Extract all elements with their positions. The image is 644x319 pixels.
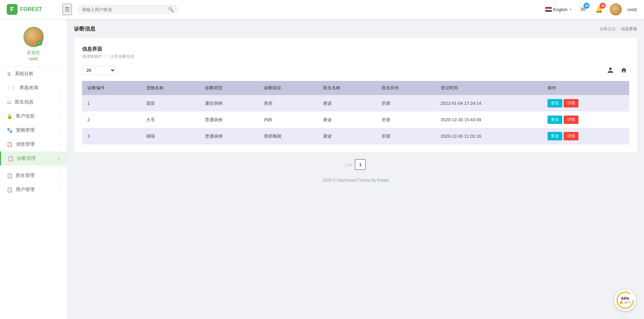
edit-badge-icon: ✎ <box>37 40 42 46</box>
lock-icon: 🔒 <box>7 113 12 119</box>
page-title: 诊断信息 <box>74 26 95 33</box>
sidebar-label-doctor-info: 医生信息 <box>15 99 34 105</box>
sidebar-label-user-management: 用户管理 <box>16 187 35 193</box>
hamburger-button[interactable]: ☰ <box>63 4 72 15</box>
app-title: FOREST <box>20 6 42 12</box>
sidebar-label-diagnosis-management: 诊断管理 <box>17 155 36 162</box>
sidebar-item-browse-management[interactable]: 📋 浏览管理 › <box>0 137 67 151</box>
col-header-doctor-specialty: 医生特长 <box>376 81 435 95</box>
mail-badge: 20 <box>583 3 590 9</box>
col-header-reg-time: 登记时间 <box>435 81 542 95</box>
table-cell-0: 2 <box>82 111 141 128</box>
chevron-down-icon: ∨ <box>57 156 60 161</box>
language-label: English <box>553 7 568 12</box>
edit-button-1[interactable]: 更改 <box>548 99 562 107</box>
file-icon: 🗂 <box>7 99 11 105</box>
header-right: English ▼ ✉ 20 🔔 35 root1 <box>545 3 637 15</box>
sidebar-label-browse-management: 浏览管理 <box>16 141 35 147</box>
logo-icon: F <box>7 4 17 15</box>
col-header-actions: 操作 <box>542 81 629 95</box>
user-mgmt-icon: 📋 <box>7 187 12 192</box>
progress-indicator: 84% 🔥 49°C <box>614 289 636 311</box>
chevron-right-icon: › <box>59 142 60 146</box>
table-cell-3: 胃癌晚期 <box>258 128 317 144</box>
table-cell-4: 唐波 <box>318 95 376 111</box>
sidebar-label-layout: 界面布局 <box>19 85 38 91</box>
main-card: 信息界面 请谨慎操作！！注意诊断信息 20 50 100 <box>74 38 637 152</box>
sidebar-label-doctor-management: 医生管理 <box>16 173 35 179</box>
sidebar-item-layout[interactable]: ⋮⋮ 界面布局 › <box>0 81 67 95</box>
sidebar-user-section: ✎ 欢迎您 root1 <box>0 19 67 67</box>
table-cell-4: 唐波 <box>318 128 376 144</box>
sidebar-welcome: 欢迎您 <box>27 50 40 56</box>
chevron-right-icon: › <box>59 128 60 132</box>
pagination-area: null 1 <box>74 152 637 177</box>
detail-button-1[interactable]: 详情 <box>564 99 578 107</box>
table-header-row: 诊断编号 宠物名称 诊断类型 诊断病症 医生名称 医生特长 登记时间 操作 <box>82 81 629 95</box>
edit-button-3[interactable]: 更改 <box>548 132 562 140</box>
toolbar-actions <box>605 65 629 76</box>
notification-badge: 35 <box>600 3 606 9</box>
table-row: 2大毛普通病例内科唐波肝脏2020-12-30 15:44:09更改详情 <box>82 111 629 128</box>
col-header-pet-name: 宠物名称 <box>141 81 200 95</box>
search-icon[interactable]: 🔍 <box>168 7 174 12</box>
content-area: 诊断信息 诊断信息 › 信息界面 信息界面 请谨慎操作！！注意诊断信息 20 5… <box>67 19 644 319</box>
table-body: 1苗苗重症病例美容唐波肝脏2021-01-04 17:24:14更改详情2大毛普… <box>82 95 629 144</box>
edit-button-2[interactable]: 更改 <box>548 116 562 124</box>
avatar[interactable] <box>610 3 622 15</box>
table-cell-5: 肝脏 <box>376 111 435 128</box>
app-header: F FOREST ☰ 🔍 English ▼ ✉ 20 🔔 35 <box>0 0 644 19</box>
data-table: 诊断编号 宠物名称 诊断类型 诊断病症 医生名称 医生特长 登记时间 操作 1苗… <box>82 81 629 144</box>
footer-link[interactable]: Forest <box>377 178 389 183</box>
sidebar-item-diagnosis-management[interactable]: 📋 诊断管理 ∨ <box>0 151 67 166</box>
lang-dropdown-icon: ▼ <box>569 8 572 11</box>
main-layout: ✎ 欢迎您 root1 🖥 系统分析 ⋮⋮ 界面布局 › <box>0 19 644 319</box>
language-selector[interactable]: English ▼ <box>545 7 572 12</box>
detail-button-2[interactable]: 详情 <box>564 116 578 124</box>
sidebar-item-customer-info[interactable]: 🔒 客户信息 › <box>0 109 67 123</box>
col-header-diag-disease: 诊断病症 <box>258 81 317 95</box>
table-cell-2: 普通病例 <box>200 111 258 128</box>
table-cell-1: 大毛 <box>141 111 200 128</box>
sidebar-item-system-analysis[interactable]: 🖥 系统分析 <box>0 67 67 81</box>
progress-text: 84% 🔥 49°C <box>619 296 631 304</box>
sidebar-item-doctor-info[interactable]: 🗂 医生信息 › <box>0 95 67 109</box>
breadcrumb-link-diagnosis[interactable]: 诊断信息 <box>600 26 616 32</box>
nav-divider <box>0 167 67 167</box>
table-cell-6: 2021-01-04 17:24:14 <box>435 95 542 111</box>
table-cell-5: 肝脏 <box>376 128 435 144</box>
table-cell-3: 内科 <box>258 111 317 128</box>
card-subtitle: 请谨慎操作！！注意诊断信息 <box>82 54 629 59</box>
table-toolbar: 20 50 100 <box>82 65 629 76</box>
diagnosis-icon: 📋 <box>8 156 13 161</box>
home-action-icon[interactable] <box>618 65 629 76</box>
page-header: 诊断信息 诊断信息 › 信息界面 <box>74 26 637 33</box>
table-cell-4: 唐波 <box>318 111 376 128</box>
page-size-select[interactable]: 20 50 100 <box>82 66 116 75</box>
chevron-right-icon: › <box>59 174 60 178</box>
page-button-1[interactable]: 1 <box>355 159 366 170</box>
table-cell-5: 肝脏 <box>376 95 435 111</box>
sidebar-label-customer-info: 客户信息 <box>16 113 35 119</box>
page-null-label: null <box>346 162 352 167</box>
sidebar-item-user-management[interactable]: 📋 用户管理 › <box>0 183 67 197</box>
logo-area: F FOREST <box>7 4 57 15</box>
monitor-icon: 🖥 <box>7 71 11 77</box>
chevron-right-icon: › <box>59 188 60 192</box>
sidebar-item-pet-management[interactable]: 🐾 宠物管理 › <box>0 123 67 137</box>
user-action-icon[interactable] <box>605 65 616 76</box>
notification-button[interactable]: 🔔 35 <box>594 4 604 15</box>
col-header-id: 诊断编号 <box>82 81 141 95</box>
list-icon: 📋 <box>7 142 12 147</box>
col-header-doctor-name: 医生名称 <box>318 81 376 95</box>
mail-button[interactable]: ✉ 20 <box>577 4 588 15</box>
detail-button-3[interactable]: 详情 <box>564 132 578 140</box>
layout-icon: ⋮⋮ <box>7 85 16 91</box>
sidebar-item-doctor-management[interactable]: 📋 医生管理 › <box>0 169 67 183</box>
table-cell-2: 普通病例 <box>200 128 258 144</box>
table-cell-actions: 更改详情 <box>542 111 629 128</box>
progress-percentage: 84% <box>619 296 631 301</box>
search-input[interactable] <box>82 7 168 12</box>
sidebar-avatar[interactable]: ✎ <box>24 27 44 47</box>
table-cell-1: 喵喵 <box>141 128 200 144</box>
